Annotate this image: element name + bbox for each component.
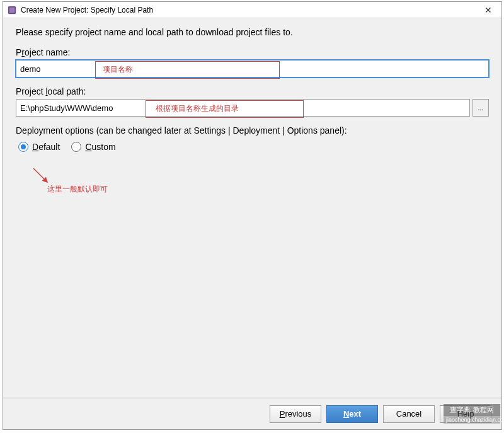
svg-line-3: [33, 168, 47, 182]
radio-custom[interactable]: Custom: [71, 142, 115, 152]
radio-custom-circle: [71, 142, 81, 152]
deployment-radio-group: Default Custom: [18, 142, 489, 152]
radio-default[interactable]: Default: [18, 142, 60, 152]
close-button[interactable]: ✕: [475, 2, 501, 18]
radio-default-circle: [18, 142, 28, 152]
dialog-content: Please specify project name and local pa…: [3, 18, 501, 398]
instruction-text: Please specify project name and local pa…: [16, 27, 489, 37]
dialog-window: Create New Project: Specify Local Path ✕…: [3, 1, 502, 430]
browse-button[interactable]: ...: [472, 99, 489, 117]
project-path-input[interactable]: [16, 99, 470, 117]
project-path-group: Project local path: ... 根据项目名称生成的目录: [16, 86, 489, 117]
radio-default-label: Default: [32, 142, 60, 152]
project-path-label: Project local path:: [16, 86, 489, 96]
annotation-arrow: [28, 163, 54, 188]
deployment-options-label: Deployment options (can be changed later…: [16, 125, 489, 136]
button-bar: Previous Next Cancel Help: [3, 398, 501, 429]
app-icon: [7, 5, 17, 15]
next-button[interactable]: Next: [326, 405, 378, 423]
annotation-radio-hint: 这里一般默认即可: [47, 184, 108, 195]
project-name-label: Project name:: [16, 47, 489, 57]
cancel-button[interactable]: Cancel: [383, 405, 435, 423]
help-button[interactable]: Help: [440, 405, 491, 423]
previous-button[interactable]: Previous: [270, 405, 321, 423]
title-bar: Create New Project: Specify Local Path ✕: [3, 2, 501, 18]
project-name-group: Project name: 项目名称: [16, 47, 489, 78]
svg-rect-1: [9, 7, 15, 13]
title-text: Create New Project: Specify Local Path: [21, 6, 153, 14]
radio-custom-label: Custom: [85, 142, 115, 152]
project-name-input[interactable]: [16, 60, 489, 78]
